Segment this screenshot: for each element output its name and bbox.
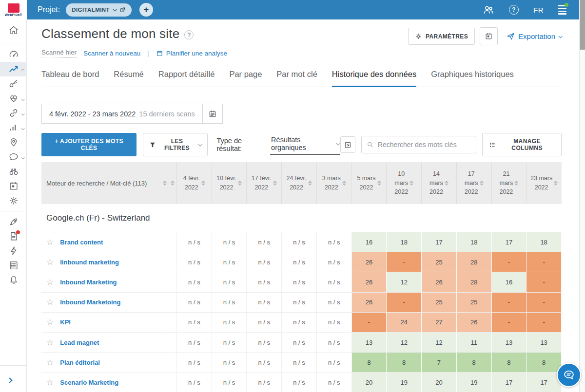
- favorite-star-icon[interactable]: ☆: [46, 297, 54, 307]
- export-dropdown[interactable]: Exportation: [507, 32, 562, 40]
- date-column-label: 14mars2022: [429, 169, 443, 197]
- keyword-link[interactable]: Inbound Marketing: [60, 279, 117, 286]
- webplus-logo[interactable]: WebPlus®: [0, 0, 27, 19]
- rank-cell: 8: [457, 353, 492, 372]
- report-calendar-button[interactable]: [480, 27, 498, 45]
- schedule-analysis-link[interactable]: Planifier une analyse: [156, 50, 227, 57]
- chat-button[interactable]: [557, 363, 581, 387]
- keyword-link[interactable]: Brand content: [60, 239, 103, 246]
- sidebar-item-notifications[interactable]: [0, 273, 27, 287]
- favorite-star-icon[interactable]: ☆: [46, 317, 54, 327]
- sidebar-item-local[interactable]: [0, 135, 27, 149]
- sidebar-item-tasks[interactable]: [0, 258, 27, 273]
- sidebar-item-planner[interactable]: [0, 179, 27, 193]
- users-icon[interactable]: [483, 4, 494, 16]
- rank-cell: n / s: [317, 333, 352, 352]
- date-column-header[interactable]: 10 févr.2022: [212, 162, 247, 204]
- keyword-cell: ☆Inbound Marketing: [41, 272, 168, 292]
- sort-icon[interactable]: [308, 181, 312, 186]
- sort-icon[interactable]: [410, 181, 413, 186]
- sidebar-item-keys[interactable]: [0, 76, 27, 91]
- favorite-star-icon[interactable]: ☆: [46, 277, 54, 287]
- tab-graphiques-historiques[interactable]: Graphiques historiques: [431, 70, 514, 87]
- sort-icon[interactable]: [163, 181, 167, 186]
- manage-columns-button[interactable]: MANAGE COLUMNS: [482, 133, 562, 156]
- scrollbar-thumb[interactable]: [580, 0, 585, 50]
- keyword-link[interactable]: Plan éditorial: [60, 359, 100, 366]
- sort-icon[interactable]: [342, 181, 346, 186]
- sidebar-item-home[interactable]: [0, 19, 27, 41]
- columns-list-icon: [489, 141, 496, 149]
- tab-r-sum-[interactable]: Résumé: [114, 70, 143, 87]
- favorite-star-icon[interactable]: ☆: [46, 337, 54, 348]
- date-column-header[interactable]: 5 mars2022: [352, 162, 387, 204]
- tab-par-page[interactable]: Par page: [229, 70, 262, 87]
- date-column-header[interactable]: 4 févr.2022: [177, 162, 212, 204]
- tab-tableau-de-bord[interactable]: Tableau de bord: [41, 70, 99, 87]
- sort-icon[interactable]: [171, 181, 175, 186]
- sidebar-item-dashboard[interactable]: [0, 47, 27, 62]
- favorite-star-icon[interactable]: ☆: [46, 237, 54, 247]
- sort-icon[interactable]: [201, 181, 205, 186]
- project-selector[interactable]: DIGITALMINT: [66, 3, 132, 17]
- sidebar-item-launch[interactable]: [0, 214, 27, 229]
- sidebar-item-competitors[interactable]: [0, 164, 27, 179]
- tab-rapport-d-taill-[interactable]: Rapport détaillé: [158, 70, 215, 87]
- sort-icon[interactable]: [480, 181, 484, 186]
- date-column-header[interactable]: 23 mars2022: [526, 162, 562, 204]
- date-range-field[interactable]: 4 févr. 2022 - 23 mars 2022 15 derniers …: [41, 104, 203, 124]
- sort-icon[interactable]: [514, 181, 518, 186]
- result-type-select[interactable]: Résultats organiques: [270, 135, 340, 155]
- spacer-column-header[interactable]: [168, 162, 177, 204]
- date-column-header[interactable]: 21mars2022: [492, 162, 527, 204]
- help-icon[interactable]: ?: [509, 5, 519, 15]
- keyword-link[interactable]: Iinbound marketing: [60, 259, 119, 266]
- date-picker-button[interactable]: [203, 104, 223, 124]
- menu-icon[interactable]: [558, 5, 566, 14]
- sidebar-expand-button[interactable]: [0, 369, 27, 392]
- filters-button[interactable]: LES FILTRES: [143, 133, 208, 156]
- keyword-link[interactable]: Inbound Marketoing: [60, 299, 120, 306]
- vertical-scrollbar[interactable]: [579, 0, 585, 392]
- rank-cell: 27: [422, 313, 457, 332]
- favorite-star-icon[interactable]: ☆: [46, 377, 54, 388]
- favorite-star-icon[interactable]: ☆: [46, 357, 54, 368]
- sort-icon[interactable]: [377, 181, 381, 186]
- sidebar-item-rankings[interactable]: [0, 62, 27, 76]
- language-switcher[interactable]: FR: [533, 6, 544, 14]
- keyword-link[interactable]: KPI: [60, 318, 71, 326]
- sidebar-item-links[interactable]: [0, 106, 27, 120]
- sort-icon[interactable]: [273, 181, 277, 186]
- keyword-column-header[interactable]: Moteur de recherche / Mot-clé (113): [41, 162, 168, 204]
- date-column-header[interactable]: 24 févr.2022: [282, 162, 317, 204]
- rank-cell: 28: [457, 252, 492, 272]
- location-pin-icon: [8, 137, 19, 148]
- sidebar-item-automation[interactable]: [0, 243, 27, 258]
- date-column-header[interactable]: 17 févr.2022: [247, 162, 282, 204]
- favorite-star-icon[interactable]: ☆: [46, 257, 54, 267]
- sidebar-item-mentions[interactable]: [0, 149, 27, 164]
- sort-icon[interactable]: [445, 181, 448, 186]
- tab-par-mot-cl-[interactable]: Par mot clé: [276, 70, 317, 87]
- sidebar-item-settings[interactable]: [0, 193, 27, 208]
- search-input[interactable]: [378, 141, 471, 149]
- title-help-icon[interactable]: ?: [184, 30, 194, 39]
- sidebar-item-analytics[interactable]: [0, 120, 27, 135]
- date-column-header[interactable]: 14mars2022: [422, 162, 457, 204]
- rank-cell: n / s: [177, 293, 212, 312]
- settings-button[interactable]: PARAMÈTRES: [408, 28, 475, 45]
- date-column-header[interactable]: 10mars2022: [387, 162, 422, 204]
- keyword-link[interactable]: Lead magnet: [60, 339, 99, 346]
- keyword-link[interactable]: Scenario Marketing: [60, 379, 118, 386]
- sidebar-item-reports[interactable]: [0, 229, 27, 243]
- tab-historique-des-donn-es[interactable]: Historique des données: [332, 70, 416, 87]
- sidebar-item-site-health[interactable]: [0, 91, 27, 106]
- sort-icon[interactable]: [554, 181, 558, 186]
- add-keywords-button[interactable]: + AJOUTER DES MOTS CLÉS: [41, 133, 136, 156]
- compact-view-button[interactable]: [340, 136, 356, 153]
- rescan-link[interactable]: Scanner à nouveau: [83, 50, 140, 57]
- date-column-header[interactable]: 3 mars2022: [317, 162, 352, 204]
- date-column-header[interactable]: 17mars2022: [457, 162, 492, 204]
- add-project-button[interactable]: +: [139, 3, 153, 17]
- sort-icon[interactable]: [238, 181, 242, 186]
